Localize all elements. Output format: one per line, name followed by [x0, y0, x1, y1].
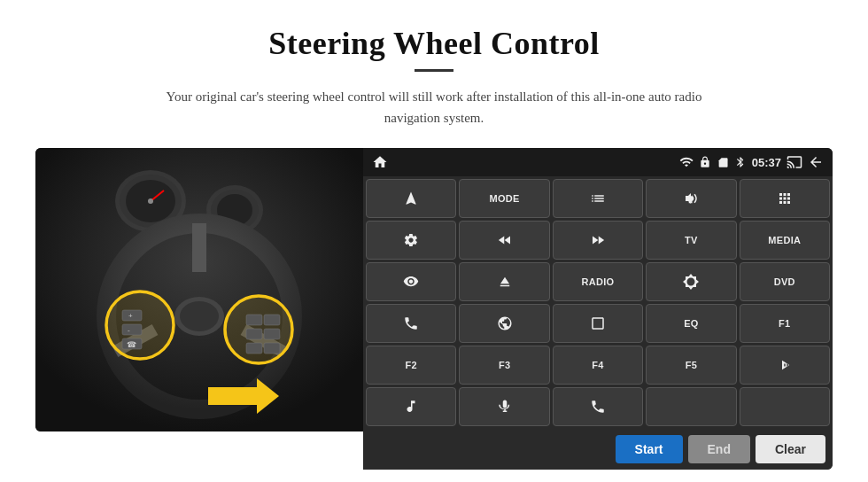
- 360cam-btn[interactable]: [366, 262, 456, 301]
- f5-btn[interactable]: F5: [646, 346, 736, 385]
- svg-rect-23: [246, 315, 262, 325]
- media-btn[interactable]: MEDIA: [740, 221, 830, 260]
- svg-rect-28: [264, 343, 280, 354]
- f4-btn[interactable]: F4: [553, 346, 643, 385]
- content-row: + - ☎: [35, 148, 833, 470]
- clear-button[interactable]: Clear: [756, 435, 825, 463]
- empty-btn-1: [646, 387, 736, 426]
- svg-text:-: -: [128, 326, 130, 334]
- f2-btn[interactable]: F2: [366, 346, 456, 385]
- fast-forward-btn[interactable]: [553, 221, 643, 260]
- phone-btn[interactable]: [366, 304, 456, 343]
- rectangle-btn[interactable]: [553, 304, 643, 343]
- play-pause-btn[interactable]: [740, 346, 830, 385]
- bluetooth-icon: [734, 156, 747, 168]
- page-subtitle: Your original car's steering wheel contr…: [142, 86, 726, 128]
- svg-point-14: [180, 301, 219, 331]
- eq-btn[interactable]: EQ: [646, 304, 736, 343]
- dvd-btn[interactable]: DVD: [740, 262, 830, 301]
- browser-btn[interactable]: [459, 304, 549, 343]
- mode-btn[interactable]: MODE: [459, 179, 549, 218]
- eject-btn[interactable]: [459, 262, 549, 301]
- status-bar: 05:37: [363, 148, 833, 176]
- svg-point-5: [148, 198, 153, 204]
- svg-rect-24: [264, 315, 280, 325]
- home-icon[interactable]: [372, 154, 388, 170]
- settings-circle-btn[interactable]: [366, 221, 456, 260]
- empty-btn-2: [740, 387, 830, 426]
- title-divider: [415, 69, 453, 72]
- tv-btn[interactable]: TV: [646, 221, 736, 260]
- screen-mirror-icon: [787, 154, 802, 170]
- svg-text:☎: ☎: [127, 340, 136, 349]
- call-btn[interactable]: [553, 387, 643, 426]
- end-button[interactable]: End: [688, 435, 750, 463]
- page-title: Steering Wheel Control: [268, 25, 600, 62]
- svg-text:+: +: [128, 312, 133, 320]
- lock-icon: [699, 156, 711, 168]
- svg-rect-25: [246, 329, 262, 339]
- bottom-action-bar: Start End Clear: [363, 429, 833, 470]
- microphone-btn[interactable]: [459, 387, 549, 426]
- list-btn[interactable]: [553, 179, 643, 218]
- back-icon[interactable]: [808, 154, 824, 170]
- wifi-icon: [679, 155, 694, 169]
- status-bar-right: 05:37: [679, 154, 824, 170]
- brightness-btn[interactable]: [646, 262, 736, 301]
- f3-btn[interactable]: F3: [459, 346, 549, 385]
- page-wrapper: Steering Wheel Control Your original car…: [0, 0, 868, 482]
- steering-wheel-image: + - ☎: [35, 148, 363, 431]
- button-grid: MODE TV: [363, 176, 833, 429]
- apps-btn[interactable]: [740, 179, 830, 218]
- svg-rect-17: [122, 324, 142, 335]
- svg-rect-27: [246, 343, 262, 354]
- f1-btn[interactable]: F1: [740, 304, 830, 343]
- status-bar-left: [372, 154, 388, 170]
- status-time: 05:37: [752, 156, 781, 169]
- svg-rect-26: [264, 329, 280, 339]
- music-btn[interactable]: [366, 387, 456, 426]
- mute-btn[interactable]: [646, 179, 736, 218]
- rewind-btn[interactable]: [459, 221, 549, 260]
- sim-icon: [717, 156, 729, 168]
- radio-btn[interactable]: RADIO: [553, 262, 643, 301]
- svg-rect-0: [35, 148, 363, 431]
- navigate-btn[interactable]: [366, 179, 456, 218]
- start-button[interactable]: Start: [616, 435, 683, 463]
- head-unit-panel: 05:37 MODE: [363, 148, 833, 470]
